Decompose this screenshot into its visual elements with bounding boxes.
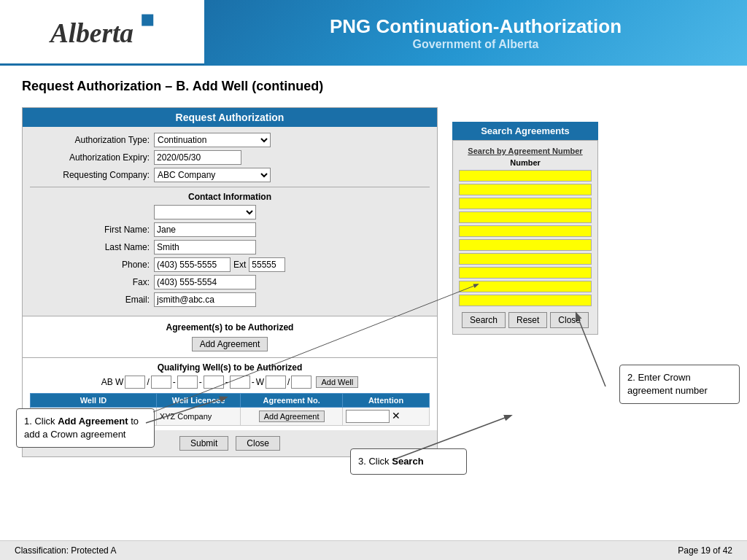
agreement-number-input-10[interactable] [459,295,592,306]
first-name-label: First Name: [30,225,154,235]
phone-ext-input[interactable] [249,257,285,272]
callout-2-text: 2. Enter Crown agreement number [627,372,708,396]
alberta-logo: Alberta [44,10,160,54]
authorization-expiry-label: Authorization Expiry: [30,152,154,163]
requesting-company-row: Requesting Company: ABC Company [30,168,430,182]
callout-3: 3. Click Search [350,448,467,475]
authorization-expiry-input[interactable] [154,150,241,165]
submit-button[interactable]: Submit [179,436,228,451]
last-name-field [154,240,256,254]
table-add-agreement-button[interactable]: Add Agreement [259,411,325,422]
last-name-label: Last Name: [30,242,154,252]
fax-field [154,275,256,289]
well-input-3[interactable] [177,376,198,389]
yellow-input-list [459,170,592,306]
contact-info-header: Contact Information [30,192,430,202]
agreement-number-input-1[interactable] [459,170,592,182]
search-buttons: Search Reset Close [459,312,592,328]
first-name-field [154,222,256,237]
search-by-label: Search by Agreement Number [459,147,592,155]
attention-input[interactable] [346,410,390,423]
form-panel-header: Request Authorization [23,108,437,127]
add-well-button[interactable]: Add Well [316,376,358,388]
cell-licencee: XYZ Company [156,408,240,426]
reset-button[interactable]: Reset [508,312,547,328]
agreement-section: Agreement(s) to be Authorized Add Agreem… [23,316,437,357]
well-input-1[interactable] [125,376,145,389]
well-input-7[interactable] [291,376,311,389]
well-dash-4: - [252,377,255,387]
cell-attention: ✕ [343,408,430,426]
main-layout: Request Authorization Authorization Type… [22,107,725,457]
cell-agreement-no: Add Agreement [241,408,343,426]
well-dash-3: - [225,377,228,387]
fax-row: Fax: [30,275,430,289]
authorization-type-row: Authorization Type: Continuation [30,133,430,147]
close-form-button[interactable]: Close [236,436,280,451]
form-body: Authorization Type: Continuation Authori… [23,127,437,316]
delete-icon[interactable]: ✕ [392,410,400,421]
agreement-number-input-7[interactable] [459,253,592,265]
col-agreement-no: Agreement No. [241,394,343,408]
search-panel-header: Search Agreements [452,122,598,140]
first-name-row: First Name: [30,222,430,237]
fax-label: Fax: [30,277,154,287]
phone-input[interactable] [154,257,231,272]
well-dash-1: - [173,377,176,387]
number-col-label: Number [459,158,592,167]
page-subtitle: Government of Alberta [413,38,539,51]
email-row: Email: [30,292,430,307]
first-name-input[interactable] [154,222,256,237]
page-info: Page 19 of 42 [678,545,732,556]
agreement-number-input-5[interactable] [459,225,592,237]
agreement-number-input-6[interactable] [459,239,592,251]
callout-3-container: 3. Click Search [350,448,467,475]
section-title: Request Authorization – B. Add Well (con… [22,79,725,94]
footer: Classification: Protected A Page 19 of 4… [0,540,747,560]
last-name-input[interactable] [154,240,256,254]
phone-row: Phone: Ext [30,257,430,272]
email-label: Email: [30,295,154,305]
add-agreement-button[interactable]: Add Agreement [192,337,268,351]
phone-field: Ext [154,257,285,272]
callout-1-container: 1. Click Add Agreement to add a Crown ag… [16,408,155,448]
agreement-number-input-8[interactable] [459,267,592,279]
request-authorization-form: Request Authorization Authorization Type… [22,107,438,457]
col-attention: Attention [343,394,430,408]
requesting-company-select[interactable]: ABC Company [154,168,271,182]
authorization-type-label: Authorization Type: [30,135,154,145]
contact-select[interactable] [154,205,256,219]
authorization-expiry-field [154,150,241,165]
well-input-5[interactable] [230,376,250,389]
agreements-header: Agreement(s) to be Authorized [30,322,430,332]
classification-label: Classification: Protected A [15,545,116,556]
header: Alberta PNG Continuation-Authorization G… [0,0,747,66]
close-search-button[interactable]: Close [550,312,589,328]
search-agreements-panel: Search Agreements Search by Agreement Nu… [452,122,598,335]
callout-3-text: 3. Click Search [358,456,424,467]
search-panel-body: Search by Agreement Number Number Search [452,140,598,335]
agreement-number-input-4[interactable] [459,211,592,223]
agreement-number-input-9[interactable] [459,281,592,292]
header-title-area: PNG Continuation-Authorization Governmen… [204,0,747,66]
requesting-company-label: Requesting Company: [30,170,154,180]
well-input-4[interactable] [204,376,224,389]
well-input-2[interactable] [151,376,171,389]
fax-input[interactable] [154,275,256,289]
svg-rect-1 [142,14,153,26]
ext-label: Ext [233,260,246,270]
well-w-label: W [256,377,264,387]
authorization-type-select[interactable]: Continuation [154,133,271,147]
well-input-6[interactable] [266,376,286,389]
email-input[interactable] [154,292,256,307]
callout-1-text: 1. Click Add Agreement to add a Crown ag… [24,416,139,440]
page-main-title: PNG Continuation-Authorization [330,15,622,38]
logo-area: Alberta [0,0,204,66]
callout-2-container: 2. Enter Crown agreement number [619,365,740,404]
svg-text:Alberta: Alberta [49,18,133,47]
agreement-number-input-2[interactable] [459,184,592,195]
last-name-row: Last Name: [30,240,430,254]
agreement-number-input-3[interactable] [459,198,592,209]
search-button[interactable]: Search [462,312,506,328]
col-well-licencee: Well Licencee [156,394,240,408]
